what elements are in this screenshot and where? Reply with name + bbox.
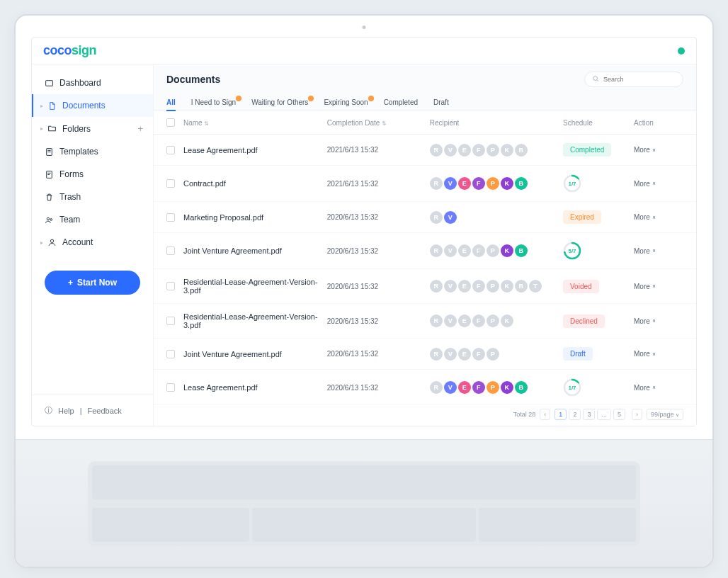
- chevron-down-icon: ∨: [652, 385, 656, 390]
- main-content: Documents AllI Need to SignWaiting for O…: [154, 64, 696, 426]
- logo: cocosign: [43, 43, 96, 58]
- document-name: Lease Agreement.pdf: [183, 383, 327, 392]
- search-box[interactable]: [584, 72, 683, 87]
- row-checkbox[interactable]: [166, 246, 175, 255]
- tab-waiting-for-others[interactable]: Waiting for Others: [251, 94, 308, 110]
- avatar: V: [444, 348, 457, 361]
- tab-expiring-soon[interactable]: Expiring Soon: [324, 94, 368, 110]
- recipient-list: RVEFPKB: [430, 177, 563, 190]
- table-row[interactable]: Lease Agreement.pdf2021/6/13 15:32RVEFPK…: [154, 135, 696, 166]
- table-row[interactable]: Residential-Lease-Agreement-Version-3.pd…: [154, 269, 696, 304]
- more-button[interactable]: More ∨: [634, 146, 683, 154]
- more-button[interactable]: More ∨: [634, 247, 683, 255]
- row-checkbox[interactable]: [166, 350, 175, 358]
- sidebar-item-account[interactable]: ▸Account: [32, 231, 153, 254]
- template-icon: [45, 147, 54, 157]
- more-button[interactable]: More ∨: [634, 317, 683, 325]
- page-number[interactable]: 5: [613, 409, 625, 420]
- table-body: Lease Agreement.pdf2021/6/13 15:32RVEFPK…: [154, 135, 696, 404]
- document-name: Joint Venture Agreement.pdf: [183, 350, 327, 358]
- search-input[interactable]: [603, 76, 676, 83]
- folder-icon: [47, 124, 57, 133]
- column-date[interactable]: Completion Date ⇅: [327, 119, 430, 127]
- svg-point-4: [50, 218, 52, 220]
- help-link[interactable]: Help: [58, 407, 74, 415]
- sort-icon: ⇅: [382, 120, 387, 127]
- avatar: P: [487, 244, 499, 257]
- table-row[interactable]: Contract.pdf2021/6/13 15:32RVEFPKB1/7Mor…: [154, 166, 696, 202]
- sidebar-item-documents[interactable]: ▸Documents: [32, 94, 153, 117]
- avatar: F: [472, 381, 485, 394]
- table-row[interactable]: Residential-Lease-Agreement-Version-3.pd…: [154, 304, 696, 339]
- svg-point-5: [50, 239, 53, 242]
- status-indicator[interactable]: [678, 47, 685, 55]
- column-name[interactable]: Name ⇅: [183, 119, 327, 127]
- completion-date: 2020/6/13 15:32: [327, 384, 430, 392]
- avatar: V: [444, 244, 457, 257]
- status-badge: Expired: [563, 210, 601, 224]
- add-folder-icon[interactable]: +: [137, 123, 143, 134]
- sidebar-item-trash[interactable]: Trash: [32, 186, 153, 208]
- notification-badge: [236, 96, 241, 101]
- more-button[interactable]: More ∨: [634, 350, 683, 358]
- sidebar-item-forms[interactable]: Forms: [32, 163, 153, 186]
- dashboard-icon: [45, 79, 54, 88]
- page-number[interactable]: 1: [554, 409, 567, 420]
- avatar: P: [487, 177, 499, 190]
- avatar: F: [472, 280, 485, 293]
- avatar: E: [458, 381, 471, 394]
- completion-date: 2020/6/13 15:32: [327, 317, 430, 325]
- chevron-right-icon: ▸: [40, 103, 43, 109]
- avatar: F: [472, 144, 485, 157]
- progress-ring: 1/7: [563, 378, 581, 397]
- per-page-select[interactable]: 99/page ∨: [647, 409, 683, 420]
- table-row[interactable]: Joint Venture Agreement.pdf2020/6/13 15:…: [154, 339, 696, 370]
- more-button[interactable]: More ∨: [634, 180, 683, 188]
- avatar: R: [430, 348, 443, 361]
- tab-i-need-to-sign[interactable]: I Need to Sign: [191, 94, 236, 110]
- avatar: B: [515, 280, 528, 293]
- more-button[interactable]: More ∨: [634, 283, 683, 290]
- row-checkbox[interactable]: [166, 146, 175, 154]
- tab-completed[interactable]: Completed: [384, 94, 418, 110]
- avatar: R: [430, 280, 443, 293]
- tab-draft[interactable]: Draft: [433, 94, 449, 110]
- more-button[interactable]: More ∨: [634, 213, 683, 221]
- document-name: Residential-Lease-Agreement-Version-3.pd…: [183, 312, 327, 329]
- sidebar-item-templates[interactable]: Templates: [32, 140, 153, 163]
- more-button[interactable]: More ∨: [634, 384, 683, 392]
- sidebar-item-dashboard[interactable]: Dashboard: [32, 72, 153, 94]
- document-icon: [47, 101, 57, 110]
- row-checkbox[interactable]: [166, 179, 175, 188]
- column-recipient: Recipient: [430, 119, 563, 127]
- avatar: V: [444, 314, 457, 327]
- document-name: Residential-Lease-Agreement-Version-3.pd…: [183, 278, 327, 295]
- sidebar-item-team[interactable]: Team: [32, 208, 153, 231]
- page-number[interactable]: 3: [583, 409, 595, 420]
- row-checkbox[interactable]: [166, 317, 175, 325]
- table-row[interactable]: Marketing Proposal.pdf2020/6/13 15:32RVE…: [154, 202, 696, 233]
- sort-icon: ⇅: [204, 120, 209, 127]
- row-checkbox[interactable]: [166, 383, 175, 392]
- page-number[interactable]: 2: [569, 409, 581, 420]
- table-row[interactable]: Joint Venture Agreement.pdf2020/6/13 15:…: [154, 233, 696, 269]
- progress-ring: 5/7: [563, 242, 581, 260]
- select-all-checkbox[interactable]: [166, 118, 175, 127]
- total-count: Total 28: [513, 411, 536, 418]
- row-checkbox[interactable]: [166, 213, 175, 222]
- avatar: V: [444, 144, 457, 157]
- avatar: K: [501, 381, 513, 394]
- row-checkbox[interactable]: [166, 282, 175, 290]
- start-now-button[interactable]: + Start Now: [45, 271, 140, 295]
- feedback-link[interactable]: Feedback: [87, 407, 121, 415]
- page-prev[interactable]: ‹: [540, 409, 550, 420]
- document-name: Marketing Proposal.pdf: [183, 213, 327, 222]
- page-next[interactable]: ›: [632, 409, 642, 420]
- table-row[interactable]: Lease Agreement.pdf2020/6/13 15:32RVEFPK…: [154, 370, 696, 404]
- avatar: P: [487, 280, 499, 293]
- tab-all[interactable]: All: [166, 94, 176, 110]
- avatar: F: [472, 177, 485, 190]
- recipient-list: RV: [430, 211, 563, 224]
- sidebar-item-folders[interactable]: ▸Folders+: [32, 117, 153, 140]
- avatar: K: [501, 244, 513, 257]
